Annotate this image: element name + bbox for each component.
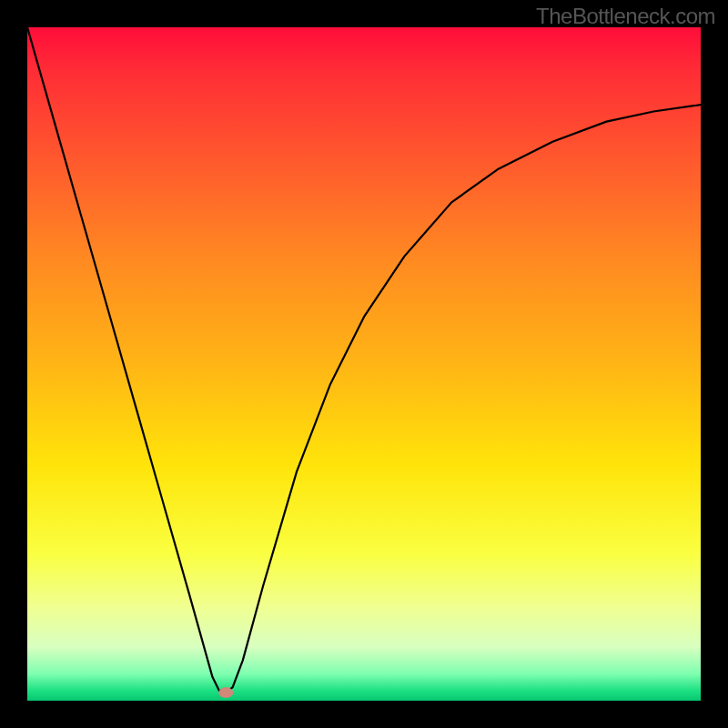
gradient-background [27, 27, 701, 701]
chart-frame: TheBottleneck.com [0, 0, 728, 728]
plot-area [27, 27, 701, 701]
minimum-marker [218, 687, 233, 698]
chart-svg [27, 27, 701, 701]
watermark-text: TheBottleneck.com [536, 4, 715, 29]
